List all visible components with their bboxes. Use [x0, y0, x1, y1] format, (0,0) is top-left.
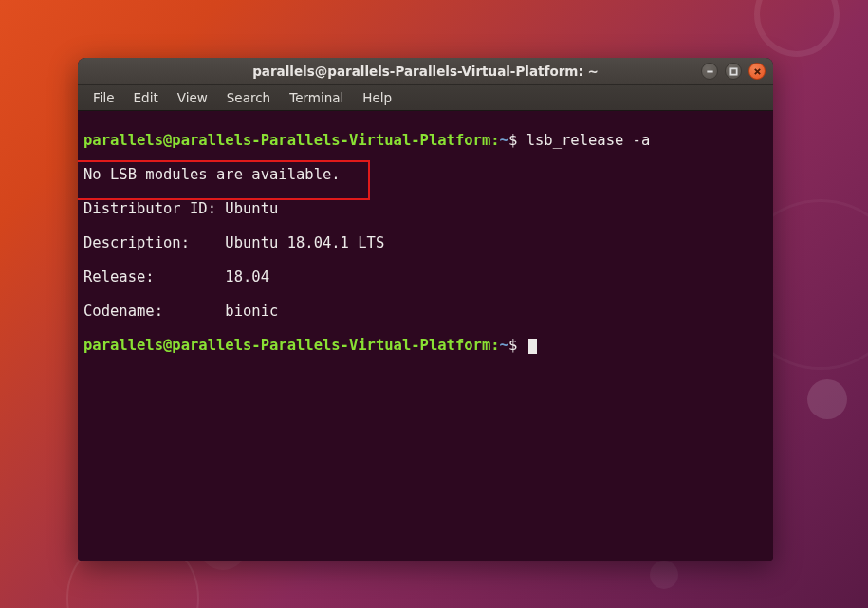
output-line: No LSB modules are available. — [83, 166, 767, 183]
menu-file[interactable]: File — [85, 87, 122, 108]
terminal-line: parallels@parallels-Parallels-Virtual-Pl… — [83, 132, 767, 149]
prompt-user-host: parallels@parallels-Parallels-Virtual-Pl… — [83, 132, 490, 149]
prompt-colon: : — [490, 337, 499, 354]
prompt-colon: : — [490, 132, 499, 149]
menu-view[interactable]: View — [170, 87, 215, 108]
output-line: Distributor ID: Ubuntu — [83, 200, 767, 217]
window-title: parallels@parallels-Parallels-Virtual-Pl… — [78, 64, 773, 79]
prompt-dollar: $ — [508, 132, 517, 149]
background-decoration — [754, 0, 840, 57]
window-controls — [701, 63, 766, 80]
background-decoration — [650, 561, 678, 589]
terminal-line: parallels@parallels-Parallels-Virtual-Pl… — [83, 337, 767, 354]
menu-terminal[interactable]: Terminal — [282, 87, 351, 108]
menu-edit[interactable]: Edit — [126, 87, 166, 108]
minimize-button[interactable] — [701, 63, 718, 80]
output-line: Codename: bionic — [83, 303, 767, 320]
minimize-icon — [706, 67, 714, 76]
prompt-user-host: parallels@parallels-Parallels-Virtual-Pl… — [83, 337, 490, 354]
svg-rect-1 — [730, 68, 736, 74]
background-decoration — [807, 379, 847, 419]
close-button[interactable] — [748, 63, 766, 80]
menu-help[interactable]: Help — [355, 87, 399, 108]
titlebar[interactable]: parallels@parallels-Parallels-Virtual-Pl… — [78, 58, 773, 85]
terminal-window: parallels@parallels-Parallels-Virtual-Pl… — [78, 58, 773, 561]
terminal-body[interactable]: parallels@parallels-Parallels-Virtual-Pl… — [78, 111, 773, 561]
output-line: Release: 18.04 — [83, 268, 767, 286]
prompt-dollar: $ — [508, 337, 517, 354]
menubar: File Edit View Search Terminal Help — [78, 85, 773, 111]
maximize-button[interactable] — [725, 63, 742, 80]
output-line: Description: Ubuntu 18.04.1 LTS — [83, 234, 767, 251]
maximize-icon — [729, 67, 738, 76]
close-icon — [753, 67, 762, 76]
cursor — [528, 339, 537, 354]
menu-search[interactable]: Search — [219, 87, 278, 108]
prompt-path: ~ — [500, 132, 508, 149]
command-text: lsb_release -a — [526, 132, 651, 149]
prompt-path: ~ — [500, 337, 508, 354]
